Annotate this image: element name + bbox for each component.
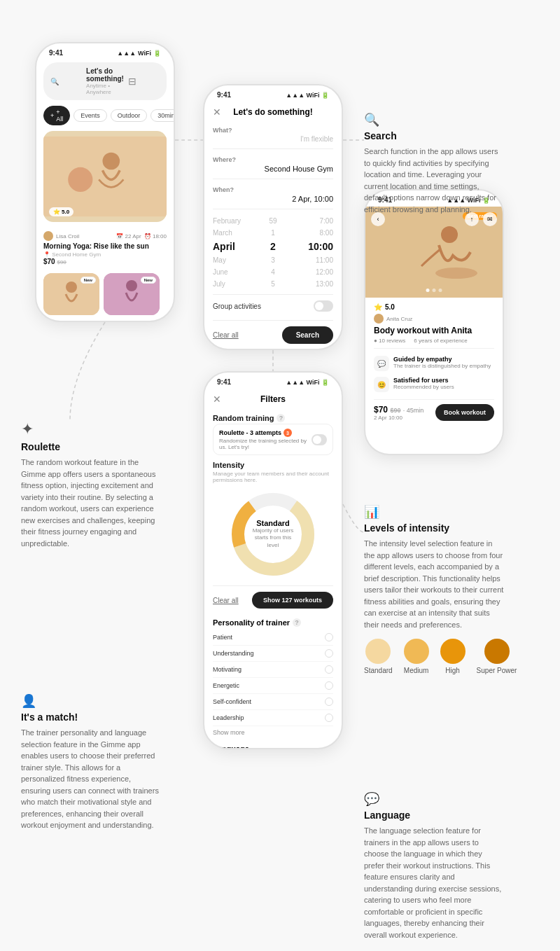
detail-workout-title: Body workout with Anita — [374, 326, 494, 335]
intensity-circle-superpower — [484, 639, 510, 664]
booking-row: $70 $90 · 45min 2 Apr 10:00 Book workout — [374, 399, 494, 425]
modal-title: Let's do something! — [233, 107, 313, 117]
date-row-feb: February597:00 — [213, 215, 333, 227]
mini-card-2[interactable]: New — [104, 273, 160, 315]
close-button[interactable]: ✕ — [213, 106, 221, 118]
filter-chips: + + All Events Outdoor 30min — [43, 106, 167, 125]
svg-point-1 — [102, 153, 120, 170]
card-title: Morning Yoga: Rise like the sun — [43, 242, 167, 250]
where-field[interactable]: Where? Second House Gym — [213, 151, 333, 179]
radio-leadership[interactable] — [325, 714, 333, 722]
mini-cards-row: New New — [43, 273, 167, 315]
donut-center: Standard Majority of users starts from t… — [251, 519, 296, 549]
search-actions: Clear all Search — [213, 320, 333, 349]
intensity-medium: Medium — [404, 639, 429, 674]
search-button[interactable]: Search — [282, 326, 333, 344]
status-bar-2: 9:41 ▲▲▲ WiFi 🔋 — [204, 85, 342, 102]
roulette-feature-desc: The random workout feature in the Gimme … — [21, 457, 161, 549]
date-row-mar: March18:00 — [213, 227, 333, 239]
detail-trainer: Anita Cruz — [374, 314, 494, 324]
card-rating: ⭐5.0 — [49, 207, 74, 216]
roulette-badge: 3 — [284, 429, 292, 437]
filters-clear-button[interactable]: Clear all — [213, 597, 239, 604]
where-value: Second House Gym — [213, 165, 333, 173]
rating-row: ⭐ 5.0 — [374, 303, 494, 311]
donut-chart[interactable]: Standard Majority of users starts from t… — [213, 489, 333, 580]
booking-date: 2 Apr 10:00 — [374, 415, 424, 421]
feature-satisfied: 😊 Satisfied for users Recommended by use… — [374, 374, 494, 395]
phone-filters: 9:41 ▲▲▲ WiFi 🔋 ✕ Filters Random trainin… — [203, 371, 343, 749]
svg-point-11 — [441, 226, 458, 243]
trainer-name: Lisa Croil — [56, 233, 79, 240]
when-label: When? — [213, 186, 333, 193]
radio-selfconfident[interactable] — [325, 697, 333, 706]
chip-30min[interactable]: 30min — [150, 109, 174, 122]
what-field[interactable]: What? I'm flexible — [213, 121, 333, 149]
date-row-apr[interactable]: April210:00 — [213, 239, 333, 254]
roulette-feature-title: Roulette — [21, 441, 182, 452]
search-icon: 🔍 — [50, 78, 82, 85]
chip-all[interactable]: + + All — [43, 106, 70, 125]
filter-icon[interactable]: ⊟ — [128, 76, 160, 87]
radio-energetic[interactable] — [325, 681, 333, 690]
empathy-icon: 💬 — [374, 356, 389, 371]
radio-motivating[interactable] — [325, 665, 333, 674]
chip-outdoor[interactable]: Outdoor — [111, 109, 148, 122]
home-search-bar[interactable]: 🔍 Let's do something! Anytime • Anywhere… — [43, 62, 167, 100]
card-price: $70 $90 — [43, 258, 167, 265]
date-row-jun: June412:00 — [213, 266, 333, 278]
clear-button[interactable]: Clear all — [213, 331, 239, 339]
trait-motivating[interactable]: Motivating — [213, 662, 333, 678]
match-feature-title: It's a match! — [21, 711, 196, 723]
status-bar-1: 9:41 ▲▲▲ WiFi 🔋 — [36, 43, 174, 60]
group-activities-toggle[interactable]: Group activities — [213, 294, 333, 317]
search-feature-desc: Search function in the app allows users … — [364, 146, 504, 215]
search-feature-icon: 🔍 — [364, 112, 518, 127]
toggle-switch[interactable] — [314, 300, 333, 312]
roulette-feature-block: ✦ Roulette The random workout feature in… — [21, 420, 182, 549]
svg-point-6 — [126, 280, 137, 291]
filters-title: Filters — [260, 394, 286, 404]
main-workout-card[interactable]: Best rating ⭐5.0 — [43, 131, 167, 222]
trait-selfconfident[interactable]: Self-confident — [213, 694, 333, 710]
trait-understanding[interactable]: Understanding — [213, 646, 333, 662]
language-feature-icon: 💬 — [364, 791, 539, 807]
intensity-circle-high — [440, 639, 465, 664]
feature-rows: 💬 Guided by empathy The trainer is disti… — [374, 348, 494, 399]
show-workouts-button[interactable]: Show 127 workouts — [252, 592, 333, 609]
workout-hero-image: Best rating ‹ ↑ ✉ — [365, 207, 503, 298]
trait-patient[interactable]: Patient — [213, 630, 333, 646]
phone-workout-detail: 9:41 ▲▲▲ WiFi 🔋 Best rating ‹ — [364, 189, 504, 455]
match-feature-desc: The trainer personality and language sel… — [21, 727, 161, 831]
chip-events[interactable]: Events — [74, 109, 107, 122]
status-time-1: 9:41 — [49, 49, 63, 57]
book-workout-button[interactable]: Book workout — [435, 404, 494, 421]
svg-point-4 — [66, 282, 77, 293]
roulette-toggle[interactable] — [312, 434, 327, 445]
intensity-circles: Standard Medium High Super Power — [364, 639, 532, 674]
filter-actions: Clear all Show 127 workouts — [213, 585, 333, 614]
roulette-row[interactable]: Roulette - 3 attempts 3 Randomize the tr… — [213, 424, 333, 455]
search-text: Let's do something! Anytime • Anywhere — [86, 67, 124, 95]
date-picker[interactable]: February597:00 March18:00 April210:00 Ma… — [213, 211, 333, 294]
detail-content: ⭐ 5.0 Anita Cruz Body workout with Anita… — [365, 298, 503, 431]
when-field[interactable]: When? 2 Apr, 10:00 — [213, 181, 333, 209]
intensity-circle-standard — [365, 639, 391, 664]
radio-patient[interactable] — [325, 633, 333, 641]
filters-close-button[interactable]: ✕ — [213, 394, 221, 405]
match-feature-block: 👤 It's a match! The trainer personality … — [21, 693, 196, 831]
where-label: Where? — [213, 156, 333, 163]
show-more-traits[interactable]: Show more — [213, 726, 333, 739]
intensity-superpower: Super Power — [477, 639, 517, 674]
phone-home: 9:41 ▲▲▲ WiFi 🔋 🔍 Let's do something! An… — [35, 42, 175, 322]
mini-card-1[interactable]: New — [43, 273, 99, 315]
trait-leadership[interactable]: Leadership — [213, 710, 333, 726]
card-info: Lisa Croil 📅 22 Apr ⏰ 18:00 Morning Yoga… — [43, 228, 167, 269]
intensity-high: High — [440, 639, 465, 674]
radio-understanding[interactable] — [325, 649, 333, 658]
info-icon: ? — [276, 414, 285, 422]
roulette-feature-icon: ✦ — [21, 420, 182, 438]
personality-section: Personality of trainer ? Patient Underst… — [204, 618, 342, 748]
trait-energetic[interactable]: Energetic — [213, 678, 333, 694]
levels-feature-icon: 📊 — [364, 504, 532, 520]
